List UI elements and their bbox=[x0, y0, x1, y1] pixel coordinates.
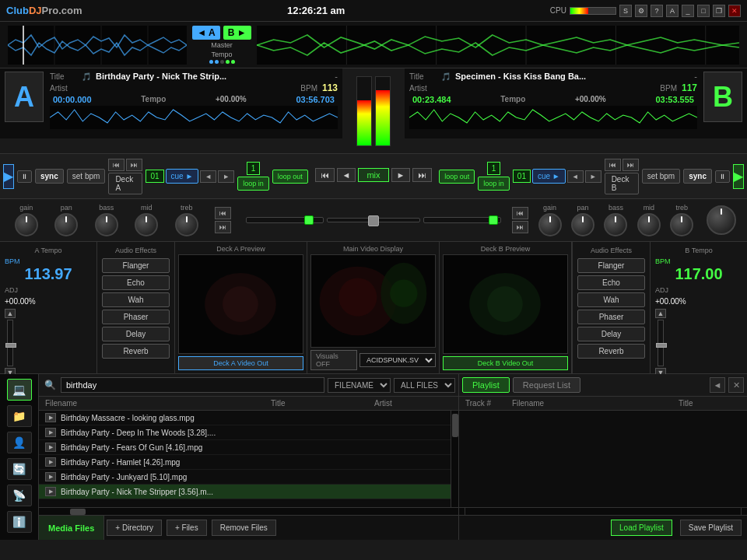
load-playlist-button[interactable]: Load Playlist bbox=[611, 520, 672, 536]
deck-a-loop-in-button[interactable]: loop in bbox=[237, 177, 269, 191]
vol-track-b[interactable] bbox=[423, 217, 501, 223]
deck-a-pause-button[interactable]: ⏸ bbox=[17, 170, 32, 183]
file-scrollbar-thumb[interactable] bbox=[452, 414, 458, 437]
deck-b-cue-button[interactable]: cue ► bbox=[532, 169, 566, 184]
deck-a-treb-control[interactable] bbox=[175, 213, 198, 236]
vol-thumb-a[interactable] bbox=[304, 215, 314, 225]
mixer-prev-button[interactable]: ⏮ bbox=[315, 168, 335, 182]
close-icon[interactable]: ✕ bbox=[728, 5, 741, 17]
effect-flanger-a[interactable]: Flanger bbox=[102, 258, 170, 273]
effect-reverb-a[interactable]: Reverb bbox=[102, 344, 170, 359]
restore-icon[interactable]: ❐ bbox=[713, 5, 725, 17]
mixer-next-button[interactable]: ⏭ bbox=[412, 168, 432, 182]
add-directory-button[interactable]: + Directory bbox=[107, 520, 162, 536]
crossfader[interactable] bbox=[327, 218, 420, 222]
deck-b-pause-button[interactable]: ⏸ bbox=[715, 170, 730, 183]
help-icon[interactable]: ? bbox=[651, 5, 663, 17]
deck-a-next-button[interactable]: ⏭ bbox=[126, 159, 142, 171]
nav-icon-info[interactable]: ℹ️ bbox=[7, 511, 32, 533]
remove-files-button[interactable]: Remove Files bbox=[212, 520, 276, 536]
deck-a-cue-next[interactable]: ► bbox=[218, 170, 234, 183]
settings-icon[interactable]: S bbox=[619, 5, 632, 17]
deck-a-tempo-up[interactable]: ▲ bbox=[5, 309, 16, 318]
deck-a-prev-button[interactable]: ⏮ bbox=[108, 159, 124, 171]
deck-a-gain-control[interactable] bbox=[15, 213, 38, 236]
deck-b-gain-control[interactable] bbox=[538, 213, 562, 236]
nav-icon-folder[interactable]: 📁 bbox=[7, 405, 32, 427]
effect-delay-a[interactable]: Delay bbox=[102, 327, 170, 341]
file-item-5[interactable]: ▶ Birthday Party - Nick The Stripper [3.… bbox=[39, 485, 451, 499]
vol-thumb-b[interactable] bbox=[489, 215, 498, 225]
nav-icon-history[interactable]: 🔄 bbox=[7, 458, 32, 480]
deck-b-ff-button[interactable]: ⏮ bbox=[512, 207, 528, 219]
nav-icon-feed[interactable]: 📡 bbox=[7, 485, 32, 506]
deck-b-cue-prev[interactable]: ◄ bbox=[567, 170, 584, 183]
deck-a-loop-out-button[interactable]: loop out bbox=[272, 170, 308, 184]
file-item-0[interactable]: ▶ Birthday Massacre - looking glass.mpg bbox=[39, 411, 451, 425]
deck-a-mid-control[interactable] bbox=[135, 213, 158, 236]
effect-phaser-b[interactable]: Phaser bbox=[577, 310, 645, 324]
deck-b-tempo-thumb[interactable] bbox=[656, 343, 667, 348]
deck-b-set-bpm-button[interactable]: set bpm bbox=[642, 169, 681, 184]
mixer-fwd-button[interactable]: ► bbox=[391, 168, 411, 182]
maximize-icon[interactable]: □ bbox=[697, 5, 710, 17]
visuals-dropdown[interactable]: ACIDSPUNK.SV bbox=[359, 353, 436, 367]
deck-a-set-bpm-button[interactable]: set bpm bbox=[67, 169, 106, 184]
deck-b-loop-out-button[interactable]: loop out bbox=[439, 170, 475, 184]
minimize-icon[interactable]: _ bbox=[682, 5, 694, 17]
mixer-mix-button[interactable]: mix bbox=[358, 168, 388, 182]
deck-b-master-knob[interactable] bbox=[707, 205, 736, 235]
deck-a-bass-control[interactable] bbox=[95, 213, 118, 236]
deck-a-tempo-track[interactable] bbox=[7, 320, 13, 366]
deck-b-bass-control[interactable] bbox=[604, 213, 627, 236]
deck-b-play-button[interactable]: ▶ bbox=[733, 164, 744, 189]
file-item-2[interactable]: ▶ Birthday Party - Fears Of Gun [4.16].m… bbox=[39, 440, 451, 455]
deck-b-sync-button[interactable]: sync bbox=[683, 169, 712, 184]
deck-a-sync-button[interactable]: sync bbox=[35, 169, 64, 184]
deck-b-loop-in-button[interactable]: loop in bbox=[478, 177, 510, 191]
deck-b-minus[interactable]: - bbox=[694, 72, 697, 81]
gear-icon[interactable]: ⚙ bbox=[635, 5, 647, 17]
file-list-scrollbar[interactable] bbox=[451, 411, 458, 507]
deck-a-cue-button[interactable]: cue ► bbox=[166, 169, 199, 184]
deck-b-tempo-track[interactable] bbox=[658, 320, 664, 366]
nav-icon-monitor[interactable]: 💻 bbox=[7, 379, 32, 401]
deck-b-tempo-up[interactable]: ▲ bbox=[655, 309, 666, 318]
playlist-icon-1[interactable]: ◄ bbox=[710, 377, 725, 393]
deck-b-treb-control[interactable] bbox=[670, 213, 693, 236]
deck-a-minus[interactable]: - bbox=[335, 72, 338, 81]
save-playlist-button[interactable]: Save Playlist bbox=[680, 520, 742, 536]
deck-a-rew-button[interactable]: ⏭ bbox=[215, 221, 231, 233]
deck-b-video-out-button[interactable]: Deck B Video Out bbox=[443, 356, 568, 370]
vol-track-a[interactable] bbox=[246, 217, 324, 223]
visuals-off-button[interactable]: Visuals OFF bbox=[310, 350, 357, 370]
nav-icon-user[interactable]: 👤 bbox=[7, 432, 32, 453]
effect-echo-b[interactable]: Echo bbox=[577, 275, 645, 290]
ab-button-a[interactable]: ◄ A bbox=[192, 26, 219, 40]
effect-flanger-b[interactable]: Flanger bbox=[577, 258, 645, 273]
effect-reverb-b[interactable]: Reverb bbox=[577, 344, 645, 359]
playlist-icon-2[interactable]: ✕ bbox=[728, 377, 744, 393]
file-hscrollbar-thumb[interactable] bbox=[70, 509, 86, 515]
sort-select[interactable]: FILENAME bbox=[328, 378, 391, 393]
search-input[interactable] bbox=[61, 377, 324, 393]
crossfader-thumb[interactable] bbox=[368, 215, 379, 226]
file-list-hscrollbar[interactable] bbox=[39, 507, 458, 515]
effect-phaser-a[interactable]: Phaser bbox=[102, 310, 170, 324]
file-item-3[interactable]: ▶ Birthday Party - Hamlet [4.26].mpg bbox=[39, 455, 451, 470]
add-files-button[interactable]: + Files bbox=[167, 520, 207, 536]
file-item-1[interactable]: ▶ Birthday Party - Deep In The Woods [3.… bbox=[39, 425, 451, 440]
font-icon[interactable]: A bbox=[666, 5, 679, 17]
deck-b-pan-control[interactable] bbox=[571, 213, 594, 236]
deck-b-mid-control[interactable] bbox=[637, 213, 661, 236]
tab-playlist[interactable]: Playlist bbox=[462, 377, 510, 393]
ab-button-b[interactable]: B ► bbox=[223, 26, 251, 40]
mixer-rew-button[interactable]: ◄ bbox=[337, 168, 356, 182]
deck-a-cue-prev[interactable]: ◄ bbox=[200, 170, 216, 183]
effect-wah-b[interactable]: Wah bbox=[577, 292, 645, 307]
file-item-4[interactable]: ▶ Birthday Party - Junkyard [5.10].mpg bbox=[39, 470, 451, 485]
deck-a-play-button[interactable]: ▶ bbox=[3, 164, 14, 189]
deck-b-rew-button[interactable]: ⏭ bbox=[512, 221, 528, 233]
deck-b-next-button[interactable]: ⏭ bbox=[622, 159, 639, 171]
effect-echo-a[interactable]: Echo bbox=[102, 275, 170, 290]
